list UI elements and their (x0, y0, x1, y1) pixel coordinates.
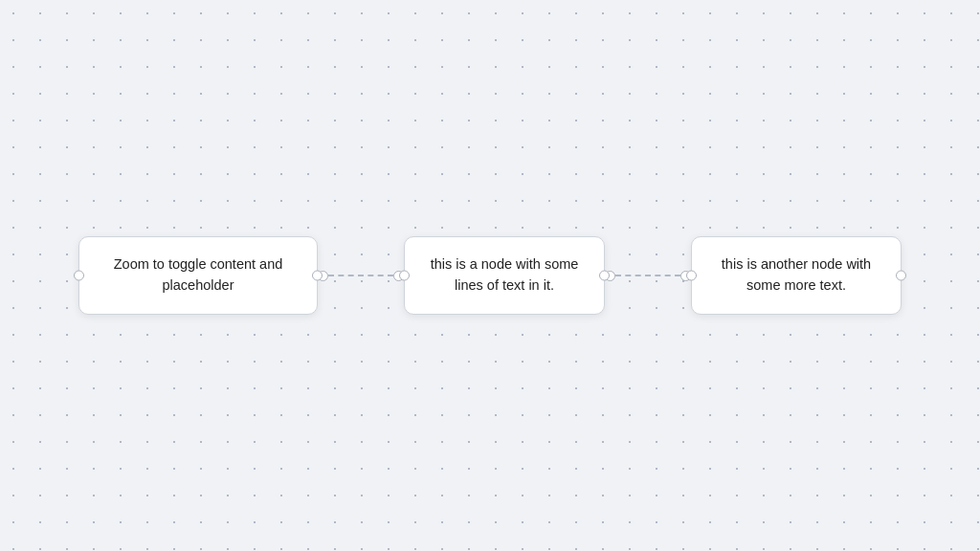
connector-2-3-line (615, 275, 680, 276)
connector-1-2-line (328, 275, 393, 276)
connector-1-2 (318, 271, 404, 281)
node-3-text: this is another node with some more text… (722, 256, 871, 293)
node-1-text: Zoom to toggle content and placeholder (114, 256, 283, 293)
handle-left-3[interactable] (686, 271, 697, 281)
canvas: Zoom to toggle content and placeholder t… (0, 0, 980, 551)
node-wrapper-1: Zoom to toggle content and placeholder (78, 236, 318, 315)
handle-right-1[interactable] (312, 271, 323, 281)
handle-left-2[interactable] (399, 271, 410, 281)
node-2-text: this is a node with some lines of text i… (431, 256, 579, 293)
node-1[interactable]: Zoom to toggle content and placeholder (78, 236, 318, 315)
node-wrapper-2: this is a node with some lines of text i… (404, 236, 605, 315)
handle-right-3[interactable] (896, 271, 906, 281)
handle-left-1[interactable] (74, 271, 84, 281)
handle-right-2[interactable] (599, 271, 610, 281)
node-wrapper-3: this is another node with some more text… (691, 236, 902, 315)
node-2[interactable]: this is a node with some lines of text i… (404, 236, 605, 315)
node-3[interactable]: this is another node with some more text… (691, 236, 902, 315)
connector-2-3 (605, 271, 691, 281)
nodes-container: Zoom to toggle content and placeholder t… (78, 236, 902, 315)
